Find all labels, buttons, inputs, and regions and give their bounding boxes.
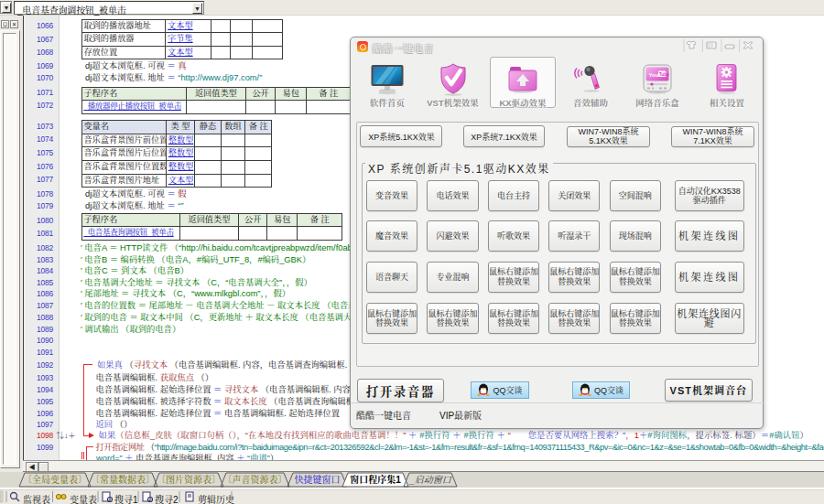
svg-text:You: You — [649, 72, 659, 78]
svg-text:〔全局变量表〕: 〔全局变量表〕 — [23, 474, 87, 485]
svg-text:〔声音资源表〕: 〔声音资源表〕 — [223, 474, 287, 485]
svg-text:快捷键窗口: 快捷键窗口 — [295, 474, 341, 485]
svg-text:_启动窗口: _启动窗口 — [408, 475, 452, 485]
svg-text:〔常量数据表〕: 〔常量数据表〕 — [91, 474, 155, 485]
svg-text:Tube: Tube — [659, 72, 669, 77]
svg-text:〔图片资源表〕: 〔图片资源表〕 — [157, 474, 221, 485]
svg-text:窗口程序集1: 窗口程序集1 — [350, 474, 401, 485]
